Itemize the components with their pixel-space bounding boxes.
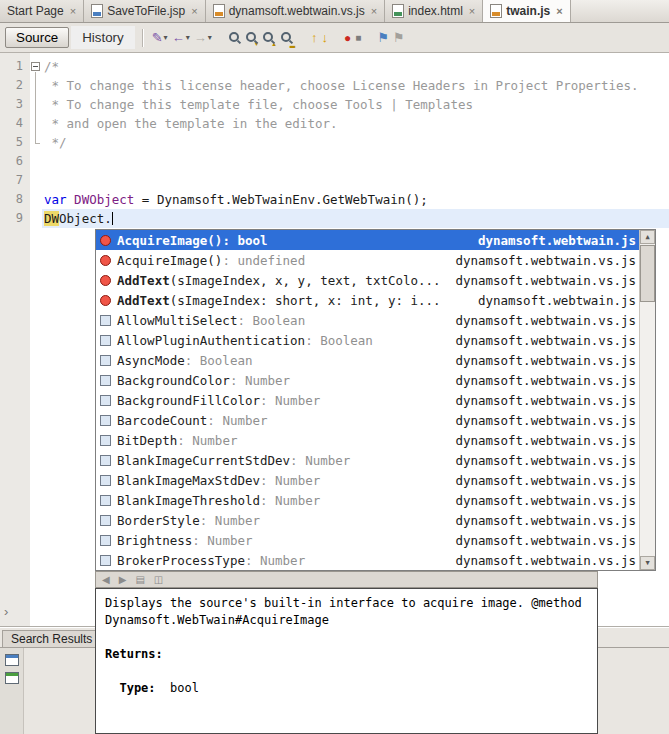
line-number-gutter[interactable]: 1 2 3 4 5 6 7 8 9 [0,53,30,626]
line-number[interactable]: 1 [0,57,30,76]
keyword-token: var [44,192,74,207]
show-details-icon[interactable] [5,654,19,666]
history-view-button[interactable]: History [71,26,134,49]
completion-scrollbar[interactable]: ▲ ▼ [639,230,655,570]
completion-item[interactable]: BorderStyle Number dynamsoft.webtwain.vs… [96,510,640,530]
editor-tab[interactable]: SaveToFile.jsp × [84,0,205,22]
show-documentation-icon[interactable]: ▤ [133,570,146,590]
editor-tab[interactable]: Start Page × [0,0,84,22]
completion-item[interactable]: AddText (sImageIndex, x, y, text, txtCol… [96,270,640,290]
comment-token: /* [44,59,59,74]
editor-tab[interactable]: dynamsoft.webtwain.vs.js × [206,0,386,22]
completion-origin: dynamsoft.webtwain.vs.js [447,473,636,488]
property-icon [100,475,111,486]
property-icon [100,435,111,446]
back-icon[interactable]: ← ▾ [170,28,192,48]
ide-window: Start Page × SaveToFile.jsp × dynamsoft.… [0,0,669,734]
stop-macro-icon[interactable]: ■ ▾ [353,28,363,48]
completion-item[interactable]: BlankImageMaxStdDev Number dynamsoft.web… [96,470,640,490]
tab-search-results[interactable]: Search Results [2,630,101,647]
fold-collapse-icon[interactable] [31,62,40,71]
doc-blank-line [105,663,588,680]
completion-origin: dynamsoft.webtwain.vs.js [447,453,636,468]
previous-occurrence-icon[interactable]: ↑ ▾ [309,28,320,48]
completion-item[interactable]: AddText (sImageIndex: short, x: int, y: … [96,290,640,310]
completion-name: BrokerProcessType [117,553,245,568]
completion-origin: dynamsoft.webtwain.vs.js [447,393,636,408]
scrollbar-thumb[interactable] [640,245,655,302]
completion-item[interactable]: AllowPluginAuthentication Boolean dynams… [96,330,640,350]
completion-item[interactable]: AsyncMode Boolean dynamsoft.webtwain.vs.… [96,350,640,370]
completion-origin: dynamsoft.webtwain.vs.js [447,493,636,508]
method-icon [100,295,111,306]
completion-name: AllowPluginAuthentication [117,333,305,348]
tab-close-icon[interactable]: × [469,5,475,17]
highlighted-token: DW [44,211,59,226]
completion-item[interactable]: BitDepth Number dynamsoft.webtwain.vs.js [96,430,640,450]
completion-item[interactable]: AcquireImage () undefined dynamsoft.webt… [96,250,640,270]
line-number[interactable]: 7 [0,171,30,190]
property-icon [100,515,111,526]
completion-name: BitDepth [117,433,177,448]
tab-close-icon[interactable]: × [191,5,197,17]
completion-type: Number [260,493,320,508]
editor-tab[interactable]: index.html × [385,0,483,22]
line-number[interactable]: 5 [0,133,30,152]
forward-icon[interactable]: → ▾ [192,28,214,48]
completion-item[interactable]: BackgroundFillColor Number dynamsoft.web… [96,390,640,410]
toggle-highlight-icon[interactable]: ▂ ▾ [278,28,297,48]
tab-close-icon[interactable]: × [556,5,562,17]
line-number[interactable]: 2 [0,76,30,95]
record-macro-icon[interactable]: ● ▾ [342,28,353,48]
find-selection-icon[interactable]: ▾ [226,28,243,48]
completion-item[interactable]: Brightness Number dynamsoft.webtwain.vs.… [96,530,640,550]
source-view-button[interactable]: Source [5,27,69,48]
fold-guide-line [35,72,36,143]
completion-item[interactable]: BlankImageThreshold Number dynamsoft.web… [96,490,640,510]
line-number[interactable]: 3 [0,95,30,114]
doc-back-icon[interactable]: ◀ [100,570,112,590]
modify-search-icon[interactable] [5,672,19,684]
completion-item[interactable]: AllowMultiSelect Boolean dynamsoft.webtw… [96,310,640,330]
completion-item[interactable]: BlankImageCurrentStdDev Number dynamsoft… [96,450,640,470]
expand-sidebar-chevron-icon[interactable]: › [4,604,8,619]
completion-origin: dynamsoft.webtwain.vs.js [447,553,636,568]
code-fold-sidebar[interactable] [30,53,42,626]
line-number[interactable]: 8 [0,190,30,209]
completion-item[interactable]: BrokerProcessType Number dynamsoft.webtw… [96,550,640,570]
code-line: */ [42,133,669,152]
tab-label: Start Page [7,4,64,18]
scroll-up-icon[interactable]: ▲ [640,230,655,244]
line-number[interactable]: 4 [0,114,30,133]
tab-close-icon[interactable]: × [371,5,377,17]
last-edit-icon[interactable]: ✎ ▾ [150,28,170,48]
line-number[interactable]: 9 [0,209,30,228]
doc-text: Dynamsoft.WebTwain#AcquireImage [105,612,588,629]
method-icon [100,275,111,286]
dropdown-icon[interactable]: ▾ [164,33,168,42]
code-line [42,171,669,190]
tab-close-icon[interactable]: × [70,5,76,17]
find-previous-icon[interactable]: ▴ ▾ [260,28,278,48]
completion-type: Boolean [185,353,253,368]
next-occurrence-icon[interactable]: ↓ ▾ [320,28,331,48]
line-number[interactable]: 6 [0,152,30,171]
next-bookmark-icon[interactable]: ⚑ ▾ [391,28,407,48]
completion-name: BackgroundFillColor [117,393,260,408]
fold-guide-end [35,143,40,144]
scroll-down-icon[interactable]: ▼ [640,556,655,570]
editor-tab[interactable]: twain.js × [483,0,570,22]
toolbar-icon-group: ✎ ▾ ← ▾ → ▾ [150,28,407,48]
property-icon [100,535,111,546]
doc-text: Displays the source's built-in interface… [105,595,588,612]
toggle-bookmark-icon[interactable]: ⚑ ▾ [375,28,391,48]
dropdown-icon[interactable]: ▾ [186,33,190,42]
completion-item[interactable]: BackgroundColor Number dynamsoft.webtwai… [96,370,640,390]
dropdown-icon[interactable]: ▾ [208,33,212,42]
doc-forward-icon[interactable]: ▶ [117,570,129,590]
completion-type: Boolean [305,333,373,348]
open-in-browser-icon[interactable]: ◫ [152,570,165,590]
completion-item[interactable]: AcquireImage () bool dynamsoft.webtwain.… [96,230,640,250]
completion-item[interactable]: BarcodeCount Number dynamsoft.webtwain.v… [96,410,640,430]
find-next-icon[interactable]: ▾ ▾ [243,28,261,48]
